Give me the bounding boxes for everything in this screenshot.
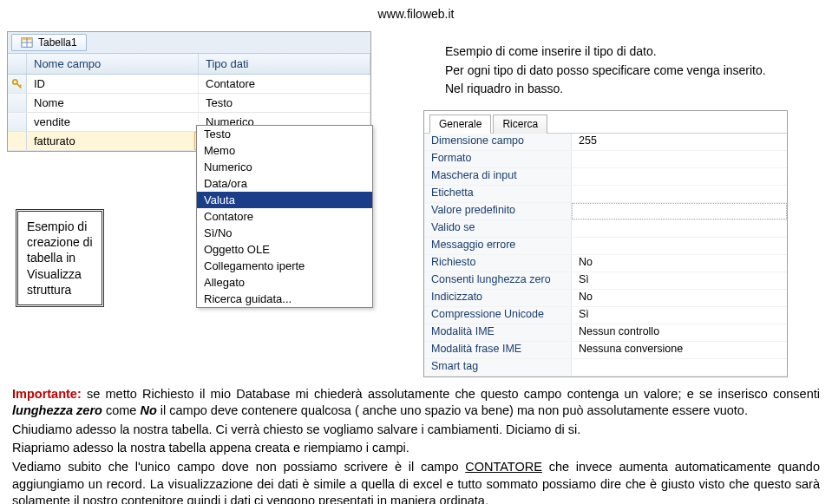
field-name-cell[interactable]: vendite xyxy=(27,113,199,131)
dropdown-item[interactable]: Oggetto OLE xyxy=(197,241,372,258)
prop-row[interactable]: Modalità frase IMENessuna conversione xyxy=(424,342,787,359)
emphasis: lunghezza zero xyxy=(12,403,102,417)
field-type-cell[interactable]: Testo xyxy=(199,94,370,112)
prop-value[interactable] xyxy=(572,186,787,202)
primary-key-icon xyxy=(11,78,23,90)
prop-row[interactable]: Modalità IMENessun controllo xyxy=(424,324,787,342)
prop-label: Maschera di input xyxy=(424,168,572,185)
prop-label: Indicizzato xyxy=(424,290,572,306)
prop-value[interactable] xyxy=(572,168,787,185)
grid-row[interactable]: Nome Testo xyxy=(8,94,370,113)
text: se metto Richiesto il mio Database mi ch… xyxy=(82,387,820,401)
intro-line: Nel riquadro in basso. xyxy=(445,81,825,98)
dropdown-item[interactable]: Ricerca guidata... xyxy=(197,291,372,307)
dropdown-item[interactable]: Allegato xyxy=(197,274,372,291)
prop-row[interactable]: Messaggio errore xyxy=(424,238,787,255)
prop-row[interactable]: Formato xyxy=(424,151,787,168)
body-text: Importante: se metto Richiesto il mio Da… xyxy=(0,377,832,504)
row-selector-header xyxy=(8,54,27,74)
grid-header: Nome campo Tipo dati xyxy=(8,54,370,75)
prop-row[interactable]: Consenti lunghezza zeroSì xyxy=(424,272,787,290)
prop-tabs: Generale Ricerca xyxy=(424,111,787,134)
prop-label: Messaggio errore xyxy=(424,238,572,254)
row-selector[interactable] xyxy=(8,113,27,131)
top-section: Tabella1 Nome campo Tipo dati ID Contato… xyxy=(0,31,832,377)
designer-tab-label: Tabella1 xyxy=(38,36,77,49)
row-selector[interactable] xyxy=(8,94,27,112)
table-icon xyxy=(21,36,33,49)
prop-label: Modalità frase IME xyxy=(424,342,572,358)
field-name-cell[interactable]: Nome xyxy=(27,94,199,112)
dropdown-item[interactable]: Data/ora xyxy=(197,175,372,192)
prop-label: Modalità IME xyxy=(424,324,572,341)
prop-row[interactable]: Compressione UnicodeSì xyxy=(424,307,787,324)
paragraph: Chiudiamo adesso la nostra tabella. Ci v… xyxy=(12,422,820,439)
prop-value[interactable]: Nessun controllo xyxy=(572,324,787,341)
prop-label: Smart tag xyxy=(424,359,572,376)
type-dropdown[interactable]: Testo Memo Numerico Data/ora Valuta Cont… xyxy=(196,125,373,308)
prop-value[interactable] xyxy=(572,151,787,167)
prop-value[interactable] xyxy=(572,220,787,237)
prop-tab-general[interactable]: Generale xyxy=(429,115,491,134)
prop-row[interactable]: Dimensione campo255 xyxy=(424,134,787,151)
prop-value[interactable]: No xyxy=(572,290,787,306)
designer-tab[interactable]: Tabella1 xyxy=(11,34,87,51)
page-header: www.filoweb.it xyxy=(0,0,832,31)
callout-line: struttura xyxy=(27,282,93,298)
prop-value[interactable]: Sì xyxy=(572,307,787,324)
dropdown-item[interactable]: Collegamento iperte xyxy=(197,258,372,274)
prop-value[interactable]: Sì xyxy=(572,272,787,289)
text: Vediamo subito che l'unico campo dove no… xyxy=(12,460,465,474)
field-name-cell[interactable]: ID xyxy=(27,75,199,93)
text: come xyxy=(102,403,141,417)
field-type-cell[interactable]: Contatore xyxy=(199,75,370,93)
prop-row[interactable]: Valore predefinito xyxy=(424,203,787,220)
intro-text: Esempio di come inserire il tipo di dato… xyxy=(423,35,825,98)
dropdown-item-selected[interactable]: Valuta xyxy=(197,192,372,208)
dropdown-item[interactable]: Numerico xyxy=(197,159,372,175)
underlined: CONTATORE xyxy=(465,460,542,474)
prop-row[interactable]: IndicizzatoNo xyxy=(424,290,787,307)
designer-tabbar: Tabella1 xyxy=(8,32,370,54)
prop-tab-search[interactable]: Ricerca xyxy=(493,115,547,134)
prop-label: Dimensione campo xyxy=(424,134,572,150)
prop-row[interactable]: Maschera di input xyxy=(424,168,787,186)
paragraph: Riapriamo adesso la nostra tabella appen… xyxy=(12,440,820,457)
right-column: Esempio di come inserire il tipo di dato… xyxy=(371,31,825,377)
prop-label: Valore predefinito xyxy=(424,203,572,219)
prop-row[interactable]: Valido se xyxy=(424,220,787,238)
prop-value[interactable] xyxy=(572,238,787,254)
callout-line: Visualizza xyxy=(27,266,93,282)
prop-row[interactable]: RichiestoNo xyxy=(424,255,787,272)
callout-line: tabella in xyxy=(27,250,93,265)
col-header-type[interactable]: Tipo dati xyxy=(199,54,370,74)
prop-label: Formato xyxy=(424,151,572,167)
properties-pane: Generale Ricerca Dimensione campo255 For… xyxy=(423,110,788,377)
dropdown-item[interactable]: Memo xyxy=(197,142,372,159)
prop-label: Compressione Unicode xyxy=(424,307,572,324)
grid-row[interactable]: ID Contatore xyxy=(8,75,370,94)
prop-value[interactable] xyxy=(572,203,787,219)
row-selector[interactable] xyxy=(8,75,27,93)
intro-line: Esempio di come inserire il tipo di dato… xyxy=(445,43,825,61)
dropdown-item[interactable]: Testo xyxy=(197,126,372,142)
prop-row[interactable]: Etichetta xyxy=(424,186,787,203)
text: il campo deve contenere qualcosa ( anche… xyxy=(157,403,748,417)
prop-value[interactable]: Nessuna conversione xyxy=(572,342,787,358)
callout-box: Esempio di creazione di tabella in Visua… xyxy=(16,209,104,307)
prop-value[interactable]: 255 xyxy=(572,134,787,150)
col-header-name[interactable]: Nome campo xyxy=(27,54,199,74)
dropdown-item[interactable]: Contatore xyxy=(197,208,372,225)
paragraph-important: Importante: se metto Richiesto il mio Da… xyxy=(12,386,820,420)
prop-value[interactable] xyxy=(572,359,787,376)
prop-value[interactable]: No xyxy=(572,255,787,272)
row-selector[interactable] xyxy=(8,132,27,150)
prop-label: Valido se xyxy=(424,220,572,237)
prop-row[interactable]: Smart tag xyxy=(424,359,787,376)
callout-line: creazione di xyxy=(27,234,93,250)
callout-line: Esempio di xyxy=(27,219,93,234)
intro-line: Per ogni tipo di dato posso specificare … xyxy=(445,62,825,80)
svg-line-6 xyxy=(19,84,21,86)
dropdown-item[interactable]: Sì/No xyxy=(197,225,372,241)
field-name-cell[interactable]: fatturato xyxy=(27,132,194,150)
